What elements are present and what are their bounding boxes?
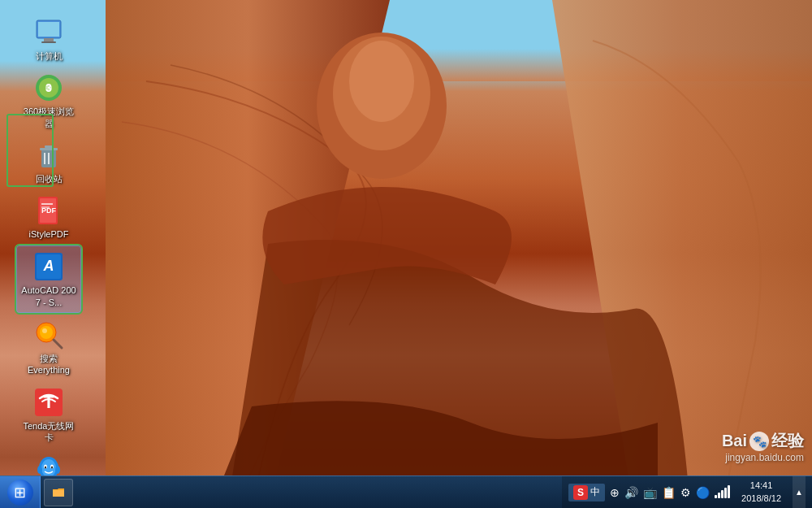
desktop-icon-tenda[interactable]: T Tenda无线网卡	[16, 382, 81, 448]
svg-point-38	[51, 467, 53, 469]
istylepdf-icon-label: iStylePDF	[29, 228, 69, 240]
baidu-url: jingyan.baidu.com	[725, 452, 804, 463]
baidu-jingyan-text: 经验	[771, 430, 804, 452]
desktop-icon-istylepdf[interactable]: PDF iStylePDF	[16, 190, 81, 244]
signal-bar-4	[724, 488, 727, 498]
360browser-icon: 3	[32, 72, 65, 104]
svg-rect-14	[40, 148, 58, 150]
notification-chevron-icon: ▲	[795, 488, 803, 497]
baidu-logo: Bai 🐾 经验	[722, 430, 804, 452]
speaker-icon[interactable]: 🔊	[624, 486, 638, 499]
desktop-background	[0, 0, 812, 508]
ime-indicator[interactable]: S 中	[568, 484, 605, 501]
svg-point-30	[42, 328, 47, 333]
recycle-icon	[32, 139, 65, 172]
taskbar-explorer-button[interactable]	[44, 479, 73, 506]
360browser-icon-label: 360极速浏览器	[19, 106, 78, 129]
mic-icon[interactable]: ⊕	[610, 486, 620, 499]
settings-icon[interactable]: ⚙	[680, 486, 691, 499]
clock-date: 2018/8/12	[741, 493, 781, 505]
taskbar-center	[75, 476, 562, 508]
autocad-icon: A	[32, 250, 65, 283]
display-icon[interactable]: 📺	[643, 486, 657, 499]
tenda-icon-label: Tenda无线网卡	[19, 420, 78, 444]
system-tray: S 中 ⊕ 🔊 📺 📋 ⚙ 🔵 14:41 2018/8/12	[562, 476, 812, 508]
signal-bar-2	[718, 493, 720, 498]
svg-point-40	[55, 466, 60, 474]
baidu-watermark: Bai 🐾 经验 jingyan.baidu.com	[722, 430, 804, 463]
baidu-text: Bai	[722, 432, 747, 450]
svg-point-12	[45, 85, 52, 91]
notification-area-button[interactable]: ▲	[793, 476, 806, 508]
signal-bar-5	[728, 485, 730, 498]
taskbar: ⊞ S 中 ⊕ 🔊 📺 📋 ⚙ 🔵	[0, 475, 812, 508]
desktop-icon-everything[interactable]: 搜索Everything	[16, 315, 81, 380]
baidu-paw-icon: 🐾	[749, 432, 769, 451]
svg-rect-15	[45, 145, 53, 148]
clock-time: 14:41	[750, 480, 773, 492]
wifi-icon: T	[32, 386, 65, 419]
svg-rect-23	[41, 206, 50, 208]
clock[interactable]: 14:41 2018/8/12	[735, 480, 788, 505]
svg-rect-8	[41, 41, 56, 43]
desktop-icon-360browser[interactable]: 3 360极速浏览器	[16, 67, 81, 133]
ime-lang-indicator: 中	[590, 485, 600, 499]
svg-line-29	[54, 340, 62, 348]
svg-point-39	[37, 466, 42, 474]
recycle-icon-label: 回收站	[36, 173, 63, 185]
computer-icon-label: 计算机	[36, 50, 63, 62]
desktop-icon-recycle[interactable]: 回收站	[16, 135, 81, 189]
everything-icon-label: 搜索Everything	[28, 353, 70, 376]
svg-point-34	[41, 459, 56, 477]
network-signal	[715, 487, 730, 498]
start-orb: ⊞	[7, 480, 33, 506]
folder-taskbar-icon	[51, 485, 66, 500]
signal-bar-3	[721, 490, 723, 498]
autocad-icon-label: AutoCAD 2007 - S...	[20, 284, 77, 308]
computer-icon	[32, 16, 65, 49]
windows-logo-icon: ⊞	[14, 484, 26, 501]
bluetooth-icon[interactable]: 🔵	[696, 486, 710, 499]
desktop-icon-autocad[interactable]: A AutoCAD 2007 - S...	[16, 245, 81, 313]
sogou-icon: S	[573, 485, 588, 500]
clipboard-icon[interactable]: 📋	[662, 486, 676, 499]
desktop-icons-container: 计算机 3 360极速浏览器	[0, 8, 97, 488]
desktop-icon-computer[interactable]: 计算机	[16, 12, 81, 66]
start-button[interactable]: ⊞	[0, 476, 41, 509]
svg-rect-6	[38, 22, 59, 37]
svg-rect-7	[44, 38, 54, 41]
svg-rect-22	[41, 203, 53, 205]
svg-point-37	[45, 467, 46, 469]
search-icon	[32, 319, 65, 351]
signal-bar-1	[715, 495, 717, 498]
desktop: 计算机 3 360极速浏览器	[0, 0, 812, 508]
pdf-icon: PDF	[32, 194, 65, 227]
svg-text:A: A	[43, 258, 54, 274]
